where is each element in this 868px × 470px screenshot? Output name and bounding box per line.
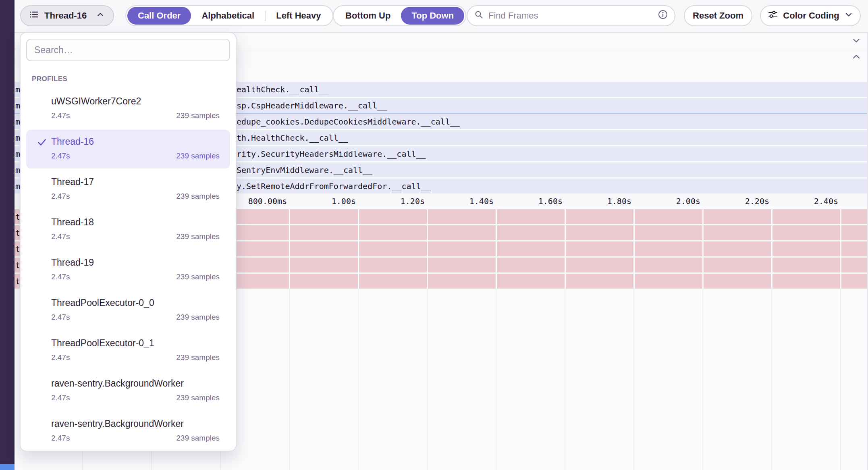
profile-duration: 2.47s [51,152,70,160]
check-icon [37,137,47,149]
info-icon[interactable] [658,9,668,22]
find-frames-search[interactable] [467,5,675,26]
color-coding-button[interactable]: Color Coding [760,5,861,26]
list-icon [29,10,39,22]
sort-call-order-button[interactable]: Call Order [127,7,191,25]
axis-tick: 2.20s [700,193,769,209]
gridline [427,289,428,470]
profile-option[interactable]: uWSGIWorker7Core2 2.47s 239 samples [21,93,236,133]
axis-tick: 2.00s [631,193,700,209]
gridline [289,289,290,470]
chevron-down-icon[interactable] [851,35,862,47]
thread-selector-label: Thread-16 [44,10,90,21]
gridline [358,209,359,289]
frame-label: edupe_cookies.DedupeCookiesMiddleware.__… [237,117,460,127]
gridline [289,209,290,289]
frame-label: rity.SecurityHeadersMiddleware.__call__ [237,149,426,159]
profile-name: Thread-17 [51,176,220,188]
profile-duration: 2.47s [51,192,70,201]
find-frames-input[interactable] [488,10,653,21]
dropdown-search[interactable] [26,39,230,61]
profiles-list: uWSGIWorker7Core2 2.47s 239 samples Thre… [21,93,236,455]
gridline [427,209,428,289]
gridline [358,289,359,470]
profile-duration: 2.47s [51,272,70,281]
sliders-icon [768,9,778,22]
profile-name: Thread-18 [51,216,220,228]
profile-samples: 239 samples [176,152,220,160]
search-icon [474,10,484,22]
chevron-down-icon [844,10,853,21]
toolbar: Thread-16 Call Order Alphabetical Left H… [15,0,868,33]
gridline [633,289,634,470]
axis-tick: 1.00s [287,193,356,209]
profile-option[interactable]: Thread-18 2.47s 239 samples [21,214,236,254]
sidebar-bottom-accent [0,464,15,470]
gridline [565,289,565,470]
profile-name: raven-sentry.BackgroundWorker [51,377,220,389]
profile-name: ThreadPoolExecutor-0_0 [51,297,220,309]
profile-duration: 2.47s [51,111,70,120]
profile-samples: 239 samples [176,111,220,120]
axis-tick: 1.80s [562,193,631,209]
frame-label: ealthCheck.__call__ [237,85,329,94]
axis-tick: 1.40s [424,193,494,209]
direction-bottom-up-button[interactable]: Bottom Up [335,7,401,25]
profile-duration: 2.47s [51,232,70,241]
profile-option[interactable]: Thread-19 2.47s 239 samples [21,254,236,294]
profiles-section-label: PROFILES [32,75,67,83]
frame-label: sp.CspHeaderMiddleware.__call__ [237,101,387,110]
axis-tick: 1.20s [355,193,425,209]
frame-label: SentryEnvMiddleware.__call__ [237,165,372,175]
profile-option[interactable]: ThreadPoolExecutor-0_0 2.47s 239 samples [21,294,236,335]
gridline [496,209,497,289]
sort-alphabetical-button[interactable]: Alphabetical [191,7,265,25]
sort-segmented-control: Call Order Alphabetical Left Heavy [125,5,333,26]
axis-tick: 2.40s [769,193,838,209]
axis-tick: 1.60s [493,193,563,209]
frame-label: th.HealthCheck.__call__ [237,133,348,143]
chevron-up-icon[interactable] [851,52,862,64]
profile-duration: 2.47s [51,313,70,322]
nav-sidebar-strip [0,0,15,470]
profile-samples: 239 samples [176,434,220,443]
thread-selector-button[interactable]: Thread-16 [20,5,114,26]
profile-samples: 239 samples [176,192,220,201]
gridline [565,209,566,289]
chevron-up-icon [96,10,105,22]
profile-samples: 239 samples [176,232,220,241]
gridline [840,289,841,470]
dropdown-search-input[interactable] [34,45,222,56]
gridline [840,209,841,289]
reset-zoom-button[interactable]: Reset Zoom [684,5,752,26]
profile-option[interactable]: ThreadPoolExecutor-0_1 2.47s 239 samples [21,335,236,375]
profile-samples: 239 samples [176,393,220,402]
profile-samples: 239 samples [176,353,220,362]
profile-name: ThreadPoolExecutor-0_1 [51,337,220,349]
thread-dropdown: PROFILES uWSGIWorker7Core2 2.47s 239 sam… [20,32,237,451]
profile-name: raven-sentry.BackgroundWorker [51,418,220,430]
profile-duration: 2.47s [51,353,70,362]
profile-duration: 2.47s [51,434,70,443]
profile-option[interactable]: raven-sentry.BackgroundWorker 2.47s 239 … [21,415,236,455]
profile-name: uWSGIWorker7Core2 [51,95,220,107]
profile-option[interactable]: raven-sentry.BackgroundWorker 2.47s 239 … [21,375,236,415]
gridline [702,209,704,289]
profile-samples: 239 samples [176,272,220,281]
profile-duration: 2.47s [51,393,70,402]
gridline [771,209,772,289]
profile-name: Thread-16 [51,135,220,148]
profile-name: Thread-19 [51,256,220,268]
frame-label: y.SetRemoteAddrFromForwardedFor.__call__ [237,181,431,191]
gridline [496,289,496,470]
sort-left-heavy-button[interactable]: Left Heavy [266,7,331,25]
color-coding-label: Color Coding [783,10,839,21]
profile-option[interactable]: Thread-17 2.47s 239 samples [21,173,236,214]
direction-top-down-button[interactable]: Top Down [401,7,464,25]
gridline [702,289,703,470]
profile-samples: 239 samples [176,313,220,322]
gridline [633,209,635,289]
gridline [771,289,772,470]
direction-segmented-control: Bottom Up Top Down [333,5,466,26]
profile-option[interactable]: Thread-16 2.47s 239 samples [21,133,236,173]
